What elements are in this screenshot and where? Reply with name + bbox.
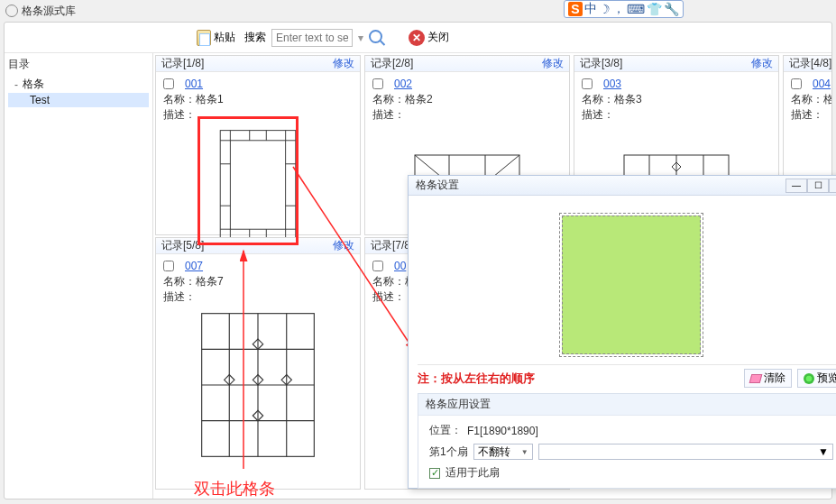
position-value: F1[1890*1890] [467, 425, 538, 437]
position-label: 位置： [429, 423, 462, 438]
paste-icon [197, 30, 211, 46]
record-checkbox[interactable] [163, 261, 174, 271]
record-card: 记录[1/8]修改 001 名称：格条1 描述： [155, 55, 361, 235]
toolbar: 粘贴 搜索 ▾ ✕ 关闭 [5, 23, 831, 53]
fan-extra-select[interactable]: ▼ [538, 444, 833, 460]
ime-cn[interactable]: 中 [584, 1, 597, 17]
sidebar-header: 目录 [8, 57, 149, 72]
tree-child-label[interactable]: Test [30, 94, 50, 106]
tree-child-row[interactable]: Test [8, 93, 149, 107]
record-checkbox[interactable] [372, 261, 383, 271]
record-number[interactable]: 002 [394, 78, 412, 90]
maximize-button[interactable]: ☐ [807, 179, 829, 193]
annotation-text: 双击此格条 [194, 478, 275, 499]
ime-person-icon[interactable]: 👕 [647, 2, 662, 16]
search-icon[interactable] [369, 30, 385, 46]
paste-button[interactable]: 粘贴 [193, 28, 239, 48]
minimize-button[interactable]: — [785, 179, 807, 193]
app-icon [5, 5, 18, 17]
preview-icon [804, 373, 814, 384]
window-title: 格条源式库 [22, 4, 76, 19]
svg-rect-1 [230, 141, 285, 229]
search-input[interactable] [271, 29, 353, 47]
record-checkbox[interactable] [582, 78, 593, 89]
edit-link[interactable]: 修改 [542, 56, 564, 71]
record-number[interactable]: 00 [394, 260, 406, 272]
settings-dialog: 格条设置 — ☐ ✕ 注：按从左往右的顺序 清除 预览 格条应用设置 位置： F [408, 175, 836, 489]
close-button[interactable]: ✕ 关闭 [405, 28, 453, 48]
group-title: 格条应用设置 [418, 394, 836, 416]
apply-checkbox[interactable]: ✓ [429, 468, 440, 479]
search-label: 搜索 [244, 30, 266, 45]
ime-bar[interactable]: S 中 ☽ ， ⌨ 👕 🔧 [564, 0, 684, 18]
preview-fill [562, 215, 701, 354]
close-button[interactable]: ✕ [829, 179, 836, 193]
record-number[interactable]: 007 [185, 260, 203, 272]
note-text: 注：按从左往右的顺序 [418, 371, 535, 387]
record-checkbox[interactable] [372, 78, 383, 89]
svg-rect-0 [220, 131, 296, 240]
chevron-down-icon: ▼ [818, 445, 829, 458]
pattern-thumb[interactable] [163, 126, 353, 243]
fan-label: 第1个扇 [429, 444, 468, 460]
close-icon: ✕ [409, 30, 425, 46]
preview-button[interactable]: 预览 [797, 369, 836, 388]
sidebar: 目录 - 格条 Test [5, 53, 153, 499]
settings-group: 格条应用设置 位置： F1[1890*1890] 第1个扇 不翻转▼ ▼ ✓ 适… [418, 393, 836, 489]
edit-link[interactable]: 修改 [751, 56, 773, 71]
dialog-title: 格条设置 [416, 178, 459, 193]
record-checkbox[interactable] [163, 78, 174, 89]
record-number[interactable]: 004 [813, 78, 831, 90]
preview-box[interactable] [559, 213, 703, 357]
tree-root-label[interactable]: 格条 [23, 77, 44, 92]
record-number[interactable]: 001 [185, 78, 203, 90]
apply-label: 适用于此扇 [446, 465, 500, 481]
sogou-icon[interactable]: S [568, 2, 583, 16]
ime-moon-icon[interactable]: ☽ [599, 2, 611, 16]
chevron-down-icon: ▼ [521, 448, 528, 456]
ime-keyboard-icon[interactable]: ⌨ [627, 2, 645, 16]
tree-collapse-icon[interactable]: - [12, 78, 21, 91]
eraser-icon [749, 374, 763, 383]
clear-button[interactable]: 清除 [744, 369, 792, 388]
record-checkbox[interactable] [791, 78, 802, 89]
fan-select[interactable]: 不翻转▼ [473, 444, 533, 460]
ime-punct-icon[interactable]: ， [612, 1, 625, 17]
tree-root-row[interactable]: - 格条 [8, 76, 149, 93]
edit-link[interactable]: 修改 [333, 238, 354, 253]
ime-wrench-icon[interactable]: 🔧 [664, 2, 679, 16]
edit-link[interactable]: 修改 [333, 56, 354, 71]
titlebar: 格条源式库 [0, 0, 550, 22]
dialog-titlebar[interactable]: 格条设置 — ☐ ✕ [409, 176, 836, 196]
pattern-thumb[interactable] [163, 308, 353, 462]
record-number[interactable]: 003 [603, 78, 621, 90]
preview-area [418, 205, 836, 365]
record-card: 记录[5/8]修改 007 名称：格条7 描述： [155, 237, 361, 490]
